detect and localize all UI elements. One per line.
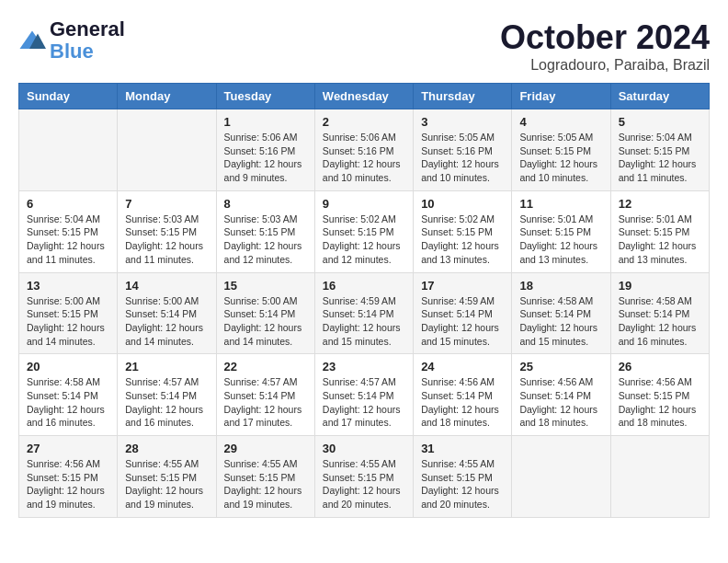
calendar-cell: 21Sunrise: 4:57 AM Sunset: 5:14 PM Dayli…	[118, 354, 216, 436]
calendar-cell: 24Sunrise: 4:56 AM Sunset: 5:14 PM Dayli…	[414, 354, 512, 436]
day-number: 17	[421, 279, 504, 293]
calendar-cell: 14Sunrise: 5:00 AM Sunset: 5:14 PM Dayli…	[118, 272, 216, 354]
cell-content: Sunrise: 5:05 AM Sunset: 5:16 PM Dayligh…	[421, 131, 504, 185]
calendar-cell: 26Sunrise: 4:56 AM Sunset: 5:15 PM Dayli…	[610, 354, 709, 436]
day-number: 26	[619, 360, 701, 373]
weekday-header: Wednesday	[314, 84, 413, 109]
cell-content: Sunrise: 5:00 AM Sunset: 5:14 PM Dayligh…	[125, 294, 208, 349]
cell-content: Sunrise: 4:55 AM Sunset: 5:15 PM Dayligh…	[224, 457, 307, 511]
cell-content: Sunrise: 4:57 AM Sunset: 5:14 PM Dayligh…	[323, 375, 405, 430]
cell-content: Sunrise: 5:01 AM Sunset: 5:15 PM Dayligh…	[619, 213, 701, 267]
calendar-cell: 5Sunrise: 5:04 AM Sunset: 5:15 PM Daylig…	[610, 109, 709, 191]
day-number: 24	[421, 360, 504, 373]
cell-content: Sunrise: 4:59 AM Sunset: 5:14 PM Dayligh…	[421, 294, 504, 349]
calendar-cell: 8Sunrise: 5:03 AM Sunset: 5:15 PM Daylig…	[216, 190, 314, 272]
calendar-cell: 20Sunrise: 4:58 AM Sunset: 5:14 PM Dayli…	[19, 354, 118, 436]
calendar-cell: 19Sunrise: 4:58 AM Sunset: 5:14 PM Dayli…	[610, 272, 709, 354]
weekday-header: Thursday	[414, 84, 512, 109]
cell-content: Sunrise: 4:59 AM Sunset: 5:14 PM Dayligh…	[323, 294, 405, 349]
day-number: 15	[224, 279, 307, 293]
calendar-cell: 27Sunrise: 4:56 AM Sunset: 5:15 PM Dayli…	[19, 436, 118, 518]
day-number: 16	[323, 279, 405, 293]
calendar-cell: 3Sunrise: 5:05 AM Sunset: 5:16 PM Daylig…	[414, 109, 512, 191]
calendar-cell: 12Sunrise: 5:01 AM Sunset: 5:15 PM Dayli…	[610, 190, 709, 272]
day-number: 20	[27, 360, 109, 373]
calendar-cell: 15Sunrise: 5:00 AM Sunset: 5:14 PM Dayli…	[216, 272, 314, 354]
calendar-week-row: 20Sunrise: 4:58 AM Sunset: 5:14 PM Dayli…	[19, 354, 710, 436]
calendar-cell: 22Sunrise: 4:57 AM Sunset: 5:14 PM Dayli…	[216, 354, 314, 436]
calendar-cell: 18Sunrise: 4:58 AM Sunset: 5:14 PM Dayli…	[512, 272, 610, 354]
calendar-cell: 17Sunrise: 4:59 AM Sunset: 5:14 PM Dayli…	[414, 272, 512, 354]
calendar-cell	[610, 436, 709, 518]
weekday-header: Sunday	[19, 84, 118, 109]
day-number: 23	[323, 360, 405, 373]
day-number: 11	[519, 197, 602, 211]
page-header: General Blue October 2024 Logradouro, Pa…	[18, 18, 710, 74]
logo-line1: General	[50, 18, 125, 40]
calendar-week-row: 1Sunrise: 5:06 AM Sunset: 5:16 PM Daylig…	[19, 109, 710, 191]
calendar-cell: 30Sunrise: 4:55 AM Sunset: 5:15 PM Dayli…	[314, 436, 413, 518]
calendar-cell: 2Sunrise: 5:06 AM Sunset: 5:16 PM Daylig…	[314, 109, 413, 191]
cell-content: Sunrise: 5:03 AM Sunset: 5:15 PM Dayligh…	[125, 213, 208, 267]
weekday-header: Friday	[512, 84, 610, 109]
day-number: 21	[125, 360, 208, 373]
calendar-cell	[512, 436, 610, 518]
day-number: 13	[27, 279, 109, 293]
day-number: 12	[619, 197, 701, 211]
day-number: 5	[619, 115, 701, 129]
cell-content: Sunrise: 4:56 AM Sunset: 5:14 PM Dayligh…	[421, 375, 504, 430]
day-number: 29	[224, 442, 307, 455]
month-title: October 2024	[500, 18, 710, 57]
calendar-week-row: 27Sunrise: 4:56 AM Sunset: 5:15 PM Dayli…	[19, 436, 710, 518]
title-section: October 2024 Logradouro, Paraiba, Brazil	[500, 18, 710, 74]
cell-content: Sunrise: 4:58 AM Sunset: 5:14 PM Dayligh…	[519, 294, 602, 349]
day-number: 1	[224, 115, 307, 129]
day-number: 6	[27, 197, 109, 211]
calendar-cell: 9Sunrise: 5:02 AM Sunset: 5:15 PM Daylig…	[314, 190, 413, 272]
cell-content: Sunrise: 4:57 AM Sunset: 5:14 PM Dayligh…	[125, 375, 208, 430]
cell-content: Sunrise: 4:56 AM Sunset: 5:15 PM Dayligh…	[27, 457, 109, 511]
calendar-cell: 10Sunrise: 5:02 AM Sunset: 5:15 PM Dayli…	[414, 190, 512, 272]
weekday-header: Saturday	[610, 84, 709, 109]
logo: General Blue	[18, 18, 125, 63]
cell-content: Sunrise: 4:55 AM Sunset: 5:15 PM Dayligh…	[323, 457, 405, 511]
calendar-week-row: 13Sunrise: 5:00 AM Sunset: 5:15 PM Dayli…	[19, 272, 710, 354]
day-number: 19	[619, 279, 701, 293]
calendar-cell: 6Sunrise: 5:04 AM Sunset: 5:15 PM Daylig…	[19, 190, 118, 272]
day-number: 9	[323, 197, 405, 211]
day-number: 27	[27, 442, 109, 455]
cell-content: Sunrise: 5:06 AM Sunset: 5:16 PM Dayligh…	[323, 131, 405, 185]
day-number: 7	[125, 197, 208, 211]
cell-content: Sunrise: 4:56 AM Sunset: 5:15 PM Dayligh…	[619, 375, 701, 430]
calendar-cell: 31Sunrise: 4:55 AM Sunset: 5:15 PM Dayli…	[414, 436, 512, 518]
calendar-cell: 16Sunrise: 4:59 AM Sunset: 5:14 PM Dayli…	[314, 272, 413, 354]
cell-content: Sunrise: 4:57 AM Sunset: 5:14 PM Dayligh…	[224, 375, 307, 430]
day-number: 28	[125, 442, 208, 455]
weekday-header-row: SundayMondayTuesdayWednesdayThursdayFrid…	[19, 84, 710, 109]
cell-content: Sunrise: 5:05 AM Sunset: 5:15 PM Dayligh…	[519, 131, 602, 185]
day-number: 10	[421, 197, 504, 211]
day-number: 8	[224, 197, 307, 211]
cell-content: Sunrise: 4:56 AM Sunset: 5:14 PM Dayligh…	[519, 375, 602, 430]
day-number: 14	[125, 279, 208, 293]
calendar-cell: 29Sunrise: 4:55 AM Sunset: 5:15 PM Dayli…	[216, 436, 314, 518]
day-number: 4	[519, 115, 602, 129]
cell-content: Sunrise: 4:58 AM Sunset: 5:14 PM Dayligh…	[27, 375, 109, 430]
weekday-header: Monday	[118, 84, 216, 109]
logo-icon	[18, 29, 46, 52]
weekday-header: Tuesday	[216, 84, 314, 109]
cell-content: Sunrise: 5:00 AM Sunset: 5:15 PM Dayligh…	[27, 294, 109, 349]
calendar-cell: 7Sunrise: 5:03 AM Sunset: 5:15 PM Daylig…	[118, 190, 216, 272]
calendar-cell	[118, 109, 216, 191]
cell-content: Sunrise: 5:02 AM Sunset: 5:15 PM Dayligh…	[421, 213, 504, 267]
cell-content: Sunrise: 5:01 AM Sunset: 5:15 PM Dayligh…	[519, 213, 602, 267]
day-number: 25	[519, 360, 602, 373]
calendar-cell: 23Sunrise: 4:57 AM Sunset: 5:14 PM Dayli…	[314, 354, 413, 436]
calendar-cell: 4Sunrise: 5:05 AM Sunset: 5:15 PM Daylig…	[512, 109, 610, 191]
day-number: 18	[519, 279, 602, 293]
day-number: 31	[421, 442, 504, 455]
calendar-cell	[19, 109, 118, 191]
calendar-cell: 11Sunrise: 5:01 AM Sunset: 5:15 PM Dayli…	[512, 190, 610, 272]
cell-content: Sunrise: 4:55 AM Sunset: 5:15 PM Dayligh…	[421, 457, 504, 511]
calendar-cell: 25Sunrise: 4:56 AM Sunset: 5:14 PM Dayli…	[512, 354, 610, 436]
